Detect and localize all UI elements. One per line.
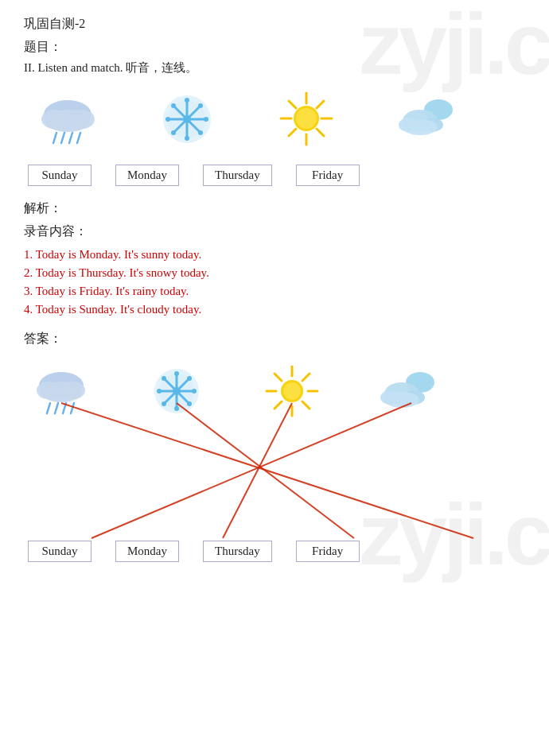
svg-point-60 (173, 387, 181, 395)
svg-point-22 (183, 115, 191, 123)
svg-line-6 (69, 133, 72, 143)
icons-row-top (32, 87, 525, 150)
svg-line-77 (177, 403, 354, 538)
svg-point-75 (384, 392, 419, 408)
svg-point-53 (174, 406, 179, 411)
svg-point-37 (403, 119, 438, 135)
answer-label: 答案： (24, 331, 525, 347)
svg-line-78 (223, 403, 292, 538)
audio-item-1: 1. Today is Monday. It's sunny today. (24, 248, 525, 262)
analysis-label: 解析： (24, 200, 525, 217)
days-row-top: Sunday Monday Thursday Friday (28, 165, 525, 186)
svg-line-79 (92, 403, 411, 538)
cloudy-icon-answer (374, 363, 442, 419)
svg-line-42 (47, 403, 50, 413)
svg-line-68 (274, 401, 282, 409)
svg-point-70 (283, 382, 301, 400)
answer-section: Sunday Monday Thursday Friday (24, 355, 549, 562)
svg-line-27 (289, 101, 296, 108)
day-sunday-answer: Sunday (28, 541, 92, 562)
svg-point-32 (296, 108, 317, 129)
svg-point-15 (185, 136, 189, 141)
svg-point-21 (171, 130, 176, 135)
snowy-icon-answer (143, 363, 211, 419)
day-friday-answer: Friday (296, 541, 360, 562)
svg-line-7 (77, 133, 80, 143)
svg-line-76 (61, 403, 473, 538)
svg-point-56 (162, 376, 166, 381)
svg-line-44 (63, 403, 66, 413)
svg-line-4 (53, 133, 56, 143)
sunny-icon-top (271, 87, 342, 150)
svg-line-28 (317, 129, 324, 136)
svg-point-52 (174, 371, 179, 376)
svg-line-29 (317, 101, 324, 108)
svg-line-5 (61, 133, 64, 143)
svg-line-30 (289, 129, 296, 136)
svg-point-58 (187, 376, 192, 381)
svg-point-19 (198, 130, 203, 135)
day-sunday-top: Sunday (28, 165, 92, 186)
svg-point-20 (198, 103, 203, 108)
subtitle: 题目： (24, 39, 525, 56)
snowy-icon-top (151, 87, 223, 150)
svg-point-41 (41, 382, 82, 402)
svg-point-18 (171, 103, 176, 108)
audio-item-3: 3. Today is Friday. It's rainy today. (24, 285, 525, 298)
audio-item-4: 4. Today is Sunday. It's cloudy today. (24, 303, 525, 316)
svg-point-54 (157, 389, 162, 394)
page-title: 巩固自测-2 (24, 16, 525, 33)
day-thursday-answer: Thursday (203, 541, 272, 562)
svg-line-65 (274, 374, 282, 381)
svg-line-67 (302, 374, 310, 381)
audio-item-2: 2. Today is Thursday. It's snowy today. (24, 266, 525, 280)
day-monday-top: Monday (115, 165, 179, 186)
svg-point-55 (192, 389, 197, 394)
svg-line-43 (55, 403, 58, 413)
day-thursday-top: Thursday (203, 165, 272, 186)
rainy-icon-answer (28, 363, 95, 419)
sunny-icon-answer (259, 363, 326, 419)
audio-list: 1. Today is Monday. It's sunny today. 2.… (24, 248, 525, 316)
svg-point-3 (45, 110, 90, 132)
svg-point-16 (165, 117, 170, 122)
svg-point-17 (204, 117, 208, 122)
instruction: II. Listen and match. 听音，连线。 (24, 60, 525, 76)
rainy-icon-top (32, 87, 103, 150)
cloudy-icon-top (390, 87, 461, 150)
svg-point-59 (162, 401, 166, 406)
svg-line-45 (71, 403, 74, 413)
day-monday-answer: Monday (115, 541, 179, 562)
svg-line-66 (302, 401, 310, 409)
svg-point-57 (187, 401, 192, 406)
audio-label: 录音内容： (24, 223, 525, 240)
day-friday-top: Friday (296, 165, 360, 186)
svg-point-14 (185, 98, 189, 103)
